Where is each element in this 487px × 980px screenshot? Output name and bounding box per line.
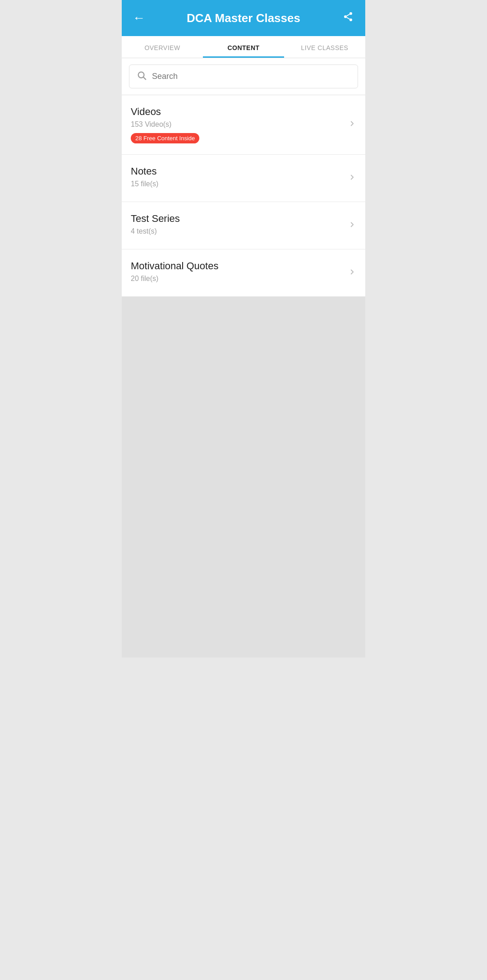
back-button[interactable]: ← — [131, 11, 147, 25]
content-item-motivational-quotes[interactable]: Motivational Quotes 20 file(s) — [122, 249, 365, 297]
svg-point-1 — [344, 15, 347, 18]
search-icon — [137, 70, 147, 83]
content-item-test-series-subtitle: 4 test(s) — [131, 227, 344, 235]
page-title: DCA Master Classes — [147, 11, 340, 25]
tab-content[interactable]: CONTENT — [203, 36, 284, 58]
svg-line-3 — [347, 17, 350, 19]
svg-point-2 — [349, 18, 352, 21]
content-item-motivational-quotes-subtitle: 20 file(s) — [131, 275, 344, 283]
app-header: ← DCA Master Classes — [122, 0, 365, 36]
content-item-motivational-quotes-title: Motivational Quotes — [131, 260, 344, 272]
content-list: Videos 153 Video(s) 28 Free Content Insi… — [122, 95, 365, 297]
chevron-right-icon — [348, 120, 356, 130]
content-item-notes-info: Notes 15 file(s) — [131, 166, 344, 191]
chevron-right-icon — [348, 268, 356, 278]
free-content-badge: 28 Free Content Inside — [131, 133, 199, 143]
content-item-motivational-quotes-info: Motivational Quotes 20 file(s) — [131, 260, 344, 285]
bottom-empty-area — [122, 297, 365, 658]
tab-live-classes[interactable]: LIVE CLASSES — [284, 36, 365, 58]
content-item-test-series-title: Test Series — [131, 213, 344, 225]
content-item-videos-subtitle: 153 Video(s) — [131, 120, 344, 129]
svg-point-0 — [349, 12, 352, 15]
content-item-videos-info: Videos 153 Video(s) 28 Free Content Insi… — [131, 106, 344, 143]
content-item-videos[interactable]: Videos 153 Video(s) 28 Free Content Insi… — [122, 95, 365, 155]
share-button[interactable] — [340, 11, 356, 25]
tab-overview[interactable]: OVERVIEW — [122, 36, 203, 58]
content-item-test-series-info: Test Series 4 test(s) — [131, 213, 344, 238]
chevron-right-icon — [348, 221, 356, 231]
search-input[interactable] — [152, 72, 350, 81]
svg-line-4 — [347, 14, 350, 16]
content-item-test-series[interactable]: Test Series 4 test(s) — [122, 202, 365, 249]
search-box[interactable] — [129, 64, 358, 88]
chevron-right-icon — [348, 173, 356, 184]
content-item-notes[interactable]: Notes 15 file(s) — [122, 155, 365, 202]
svg-line-6 — [143, 77, 146, 79]
content-item-notes-title: Notes — [131, 166, 344, 177]
search-container — [122, 58, 365, 95]
content-item-videos-title: Videos — [131, 106, 344, 118]
tab-bar: OVERVIEW CONTENT LIVE CLASSES — [122, 36, 365, 58]
content-item-notes-subtitle: 15 file(s) — [131, 180, 344, 188]
